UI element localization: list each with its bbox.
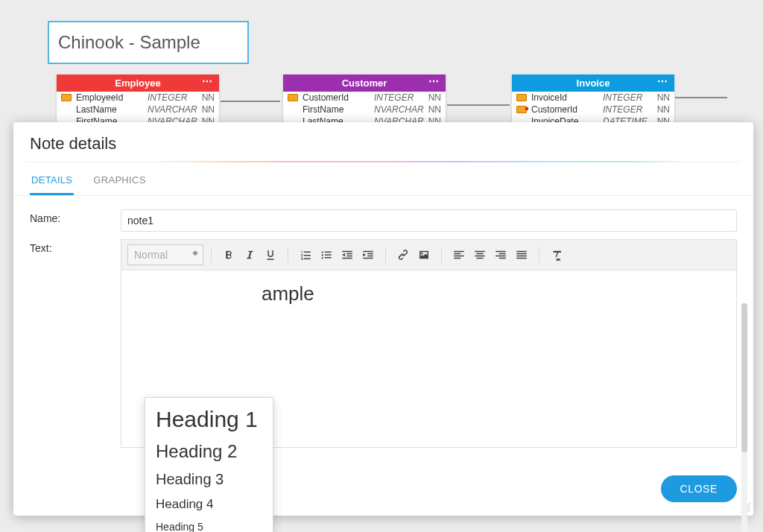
underline-icon[interactable] xyxy=(261,245,280,265)
tab-graphics[interactable]: GRAPHICS xyxy=(92,168,147,195)
ellipsis-icon[interactable]: ⋯ xyxy=(657,76,668,86)
table-header[interactable]: Customer ⋯ xyxy=(283,75,446,92)
column-name: LastName xyxy=(76,104,143,115)
column-type: INTEGER xyxy=(603,104,649,115)
primary-key-icon xyxy=(61,94,72,101)
form-area: Name: Text: Normal xyxy=(13,196,753,465)
heading-option-h4[interactable]: Heading 4 xyxy=(145,493,273,516)
toolbar-separator xyxy=(211,247,212,263)
italic-icon[interactable] xyxy=(240,245,259,265)
ellipsis-icon[interactable]: ⋯ xyxy=(202,76,213,86)
align-right-icon[interactable] xyxy=(491,245,510,265)
column-nn: NN xyxy=(198,104,215,115)
table-title: Invoice xyxy=(577,77,610,89)
column-nn: NN xyxy=(653,92,670,103)
heading-option-h1[interactable]: Heading 1 xyxy=(145,402,273,437)
ordered-list-icon[interactable] xyxy=(296,245,315,265)
label-text: Text: xyxy=(30,239,112,254)
align-left-icon[interactable] xyxy=(449,245,469,265)
table-row[interactable]: LastName NVARCHAR NN xyxy=(57,104,219,115)
relation-line xyxy=(447,104,510,106)
column-type: INTEGER xyxy=(148,92,194,103)
outdent-icon[interactable] xyxy=(338,245,357,265)
align-justify-icon[interactable] xyxy=(512,245,531,265)
table-row[interactable]: FirstName NVARCHAR NN xyxy=(283,104,446,115)
name-input[interactable] xyxy=(121,209,737,232)
table-customer[interactable]: Customer ⋯ CustomerId INTEGER NN FirstNa… xyxy=(283,75,446,127)
column-name: InvoiceId xyxy=(531,92,598,103)
scrollbar-thumb[interactable] xyxy=(741,303,747,452)
heading-menu: Heading 1 Heading 2 Heading 3 Heading 4 … xyxy=(145,397,273,532)
link-icon[interactable] xyxy=(393,245,413,265)
column-name: CustomerId xyxy=(531,104,598,115)
label-name: Name: xyxy=(30,209,112,224)
column-type: INTEGER xyxy=(374,92,420,103)
editor-content-fragment: ample xyxy=(262,282,314,305)
table-row[interactable]: EmployeeId INTEGER NN xyxy=(57,92,219,104)
table-title: Employee xyxy=(115,77,160,89)
column-type: NVARCHAR xyxy=(148,104,194,115)
relation-line xyxy=(221,101,280,102)
canvas-note[interactable]: Chinook - Sample xyxy=(48,21,249,64)
heading-option-h3[interactable]: Heading 3 xyxy=(145,466,273,493)
modal-footer: CLOSE xyxy=(13,465,753,516)
image-icon[interactable] xyxy=(414,245,434,265)
ellipsis-icon[interactable]: ⋯ xyxy=(428,76,440,86)
toolbar-separator xyxy=(385,247,386,263)
tab-strip: DETAILS GRAPHICS xyxy=(13,168,753,196)
relation-line xyxy=(675,97,727,98)
format-select[interactable]: Normal xyxy=(127,244,203,265)
toolbar-separator xyxy=(288,247,288,263)
table-title: Customer xyxy=(342,77,387,89)
toolbar-separator xyxy=(441,247,442,263)
rainbow-divider xyxy=(25,161,741,162)
note-details-modal: Note details DETAILS GRAPHICS Name: Text… xyxy=(13,122,753,516)
primary-key-icon xyxy=(516,94,527,101)
table-row[interactable]: CustomerId INTEGER NN xyxy=(512,104,674,115)
table-row[interactable]: CustomerId INTEGER NN xyxy=(283,92,446,104)
foreign-key-icon xyxy=(516,106,527,113)
modal-title: Note details xyxy=(13,122,753,161)
table-invoice[interactable]: Invoice ⋯ InvoiceId INTEGER NN CustomerI… xyxy=(512,75,674,127)
column-type: NVARCHAR xyxy=(374,104,420,115)
heading-option-h5[interactable]: Heading 5 xyxy=(145,516,273,532)
table-header[interactable]: Employee ⋯ xyxy=(57,75,219,92)
column-nn: NN xyxy=(198,92,215,103)
table-header[interactable]: Invoice ⋯ xyxy=(512,75,674,92)
column-nn: NN xyxy=(425,104,441,115)
table-row[interactable]: InvoiceId INTEGER NN xyxy=(512,92,674,104)
editor-toolbar: Normal xyxy=(121,240,736,270)
column-name: CustomerId xyxy=(303,92,370,103)
column-nn: NN xyxy=(425,92,441,103)
indent-icon[interactable] xyxy=(358,245,378,265)
column-name: EmployeeId xyxy=(76,92,143,103)
tab-details[interactable]: DETAILS xyxy=(30,168,74,195)
canvas-note-text: Chinook - Sample xyxy=(58,32,200,53)
close-button[interactable]: CLOSE xyxy=(661,475,737,502)
primary-key-icon xyxy=(288,94,298,101)
table-employee[interactable]: Employee ⋯ EmployeeId INTEGER NN LastNam… xyxy=(57,75,219,127)
clear-format-icon[interactable] xyxy=(547,245,566,265)
scrollbar[interactable] xyxy=(741,303,747,532)
toolbar-separator xyxy=(539,247,539,263)
column-nn: NN xyxy=(653,104,670,115)
format-select-value: Normal xyxy=(134,249,168,261)
heading-option-h2[interactable]: Heading 2 xyxy=(145,437,273,466)
column-type: INTEGER xyxy=(603,92,649,103)
bold-icon[interactable] xyxy=(219,245,238,265)
unordered-list-icon[interactable] xyxy=(317,245,336,265)
column-name: FirstName xyxy=(303,104,370,115)
align-center-icon[interactable] xyxy=(470,245,490,265)
